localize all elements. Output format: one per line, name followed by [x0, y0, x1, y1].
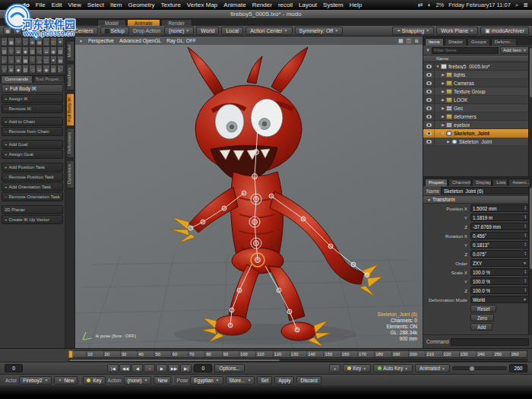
command-button-remove-from-chain[interactable]: −Remove from Chain	[2, 127, 63, 136]
palette-tool-icon[interactable]: ⊕	[14, 55, 21, 65]
disclosure-icon[interactable]: ▶	[440, 123, 446, 127]
properties-tab-assem[interactable]: Assem...	[508, 179, 530, 186]
disclosure-icon[interactable]: ▶	[445, 140, 451, 144]
step-down[interactable]: ▼	[524, 236, 527, 238]
palette-tool-icon[interactable]: ▤	[36, 37, 43, 46]
item-row-geo[interactable]: ▶Geo	[423, 104, 532, 112]
step-down[interactable]: ▼	[524, 217, 527, 220]
transport-button[interactable]: ▶|	[180, 364, 192, 372]
items-tab-deform[interactable]: Deform...	[491, 38, 518, 46]
notification-center-icon[interactable]: ≣	[523, 2, 528, 8]
disclosure-icon[interactable]: ▶	[440, 90, 446, 93]
toolbar-tool-icon[interactable]: ○	[23, 27, 32, 35]
stepper-icon[interactable]: ▲▼	[524, 242, 527, 247]
visibility-cell[interactable]	[423, 112, 435, 120]
menu-item-layout[interactable]: Layout	[296, 0, 320, 10]
menu-item-modo[interactable]: modo	[10, 0, 33, 10]
reset-button[interactable]: Reset	[470, 305, 496, 312]
menu-item-recoil[interactable]: recoil	[275, 0, 296, 10]
window-titlebar[interactable]: fireboy5_0005.lxo* - modo	[0, 10, 532, 19]
apply-button[interactable]: Apply	[274, 376, 294, 385]
action-dropdown[interactable]: (none)▼	[124, 376, 152, 385]
palette-tool-icon[interactable]: ◫	[43, 55, 49, 65]
palette-tool-icon[interactable]: ▷	[57, 65, 64, 74]
auto-key-toggle[interactable]: Auto Key▼	[373, 364, 413, 372]
transport-button[interactable]: ◀◀	[119, 364, 131, 372]
layout-tab-model[interactable]: Model	[97, 19, 126, 26]
zoom-window-button[interactable]	[20, 12, 24, 17]
palette-tool-icon[interactable]: ◆	[14, 65, 21, 74]
actor-new-button[interactable]: ▼New	[54, 376, 78, 385]
palette-tool-icon[interactable]: ◫	[50, 37, 57, 46]
disclosure-icon[interactable]: ▼	[440, 131, 446, 135]
menu-item-system[interactable]: System	[320, 0, 347, 10]
pose-dropdown[interactable]: Egyptian▼	[190, 376, 223, 385]
setup-checkbox[interactable]	[105, 29, 109, 33]
viewport-canvas[interactable]	[75, 36, 423, 348]
stepper-icon[interactable]: ▲▼	[524, 224, 527, 229]
palette-tool-icon[interactable]: ▽	[1, 65, 8, 74]
items-scrollbar[interactable]	[528, 46, 532, 176]
current-frame-field[interactable]	[194, 364, 212, 372]
toolbar-tool-icon[interactable]: ✚	[13, 27, 22, 35]
property-field-z[interactable]: 0.075°▲▼	[470, 250, 529, 258]
menu-item-file[interactable]: File	[33, 0, 49, 10]
menu-item-view[interactable]: View	[65, 0, 84, 10]
palette-tool-icon[interactable]: ◉	[43, 65, 49, 74]
items-name-column-header[interactable]: Name	[423, 55, 532, 62]
visibility-cell[interactable]	[423, 87, 435, 95]
stepper-icon[interactable]: ▲▼	[524, 270, 527, 274]
playback-slider[interactable]	[452, 366, 507, 370]
item-row-fireboy5-0005-lxo[interactable]: ▼fireboy5_0005.lxo*	[423, 62, 532, 71]
viewport-option-icon[interactable]: ≣	[414, 38, 419, 44]
shading-mode-dropdown[interactable]: Advanced OpenGL	[119, 38, 161, 43]
palette-tool-icon[interactable]: ●	[50, 55, 57, 65]
visibility-cell[interactable]	[423, 96, 435, 103]
visibility-cell[interactable]	[423, 79, 435, 87]
palette-tool-icon[interactable]: ⊞	[8, 65, 14, 74]
palette-tool-icon[interactable]: ◆	[22, 46, 29, 55]
pivots-button[interactable]: Pivots	[44, 27, 68, 35]
disclosure-icon[interactable]: ▶	[440, 115, 446, 119]
range-start-field[interactable]	[5, 364, 23, 372]
stepper-icon[interactable]: ▲▼	[524, 233, 527, 238]
modo-archiver-button[interactable]: ▣modoArchiver	[480, 27, 529, 35]
property-field-y[interactable]: 100.0 %▲▼	[470, 277, 529, 285]
side-tab-deformers[interactable]: Deformers	[66, 128, 74, 158]
palette-tool-icon[interactable]: ▽	[8, 46, 14, 55]
menu-item-select[interactable]: Select	[84, 0, 107, 10]
properties-tab-lists[interactable]: Lists	[492, 179, 508, 186]
palette-tool-icon[interactable]: ▦	[22, 55, 29, 65]
local-button[interactable]: Local	[221, 27, 243, 35]
viewport-menu-icon[interactable]: ▼	[79, 39, 83, 43]
menu-item-texture[interactable]: Texture	[158, 0, 184, 10]
items-tab-groups[interactable]: Groups	[467, 38, 490, 46]
item-row-deformers[interactable]: ▶deformers	[423, 112, 532, 121]
menubar-status-icon[interactable]: ◐	[428, 2, 432, 8]
step-down[interactable]: ▼	[524, 226, 527, 229]
palette-tool-icon[interactable]: ▷	[1, 55, 8, 65]
palette-tool-icon[interactable]: ○	[29, 55, 36, 65]
property-field-order[interactable]: ZXY▼	[470, 259, 529, 267]
palette-tool-icon[interactable]: ▤	[57, 55, 64, 65]
key-dropdown[interactable]: Key▼	[343, 364, 371, 372]
palette-tool-icon[interactable]: ▥	[29, 46, 36, 55]
action-center-dropdown[interactable]: Action Center▼	[245, 27, 292, 35]
slider-knob[interactable]	[469, 366, 475, 372]
discard-button[interactable]: Discard	[296, 376, 321, 385]
command-button-remove-ik[interactable]: −Remove IK	[2, 104, 63, 113]
step-down[interactable]: ▼	[524, 208, 527, 211]
stepper-icon[interactable]: ▲▼	[524, 252, 527, 256]
work-plane-dropdown[interactable]: Work Plane▼	[436, 27, 478, 35]
palette-tool-icon[interactable]: ◁	[36, 46, 43, 55]
actor-dropdown[interactable]: Fireboy2▼	[19, 376, 52, 385]
property-field-y[interactable]: 0.1813°▲▼	[470, 241, 529, 249]
item-row-cameras[interactable]: ▶Cameras	[423, 79, 532, 87]
snapping-dropdown[interactable]: ◓Snapping▼	[392, 27, 434, 35]
transport-button[interactable]: |◀	[107, 364, 119, 372]
store-button[interactable]: Store...▼	[226, 376, 255, 385]
menubar-status-icon[interactable]: ⇄	[418, 2, 423, 8]
stepper-icon[interactable]: ▲▼	[524, 215, 527, 220]
visibility-cell[interactable]	[423, 121, 435, 128]
property-field-deformation-mode[interactable]: World▼	[470, 296, 529, 303]
